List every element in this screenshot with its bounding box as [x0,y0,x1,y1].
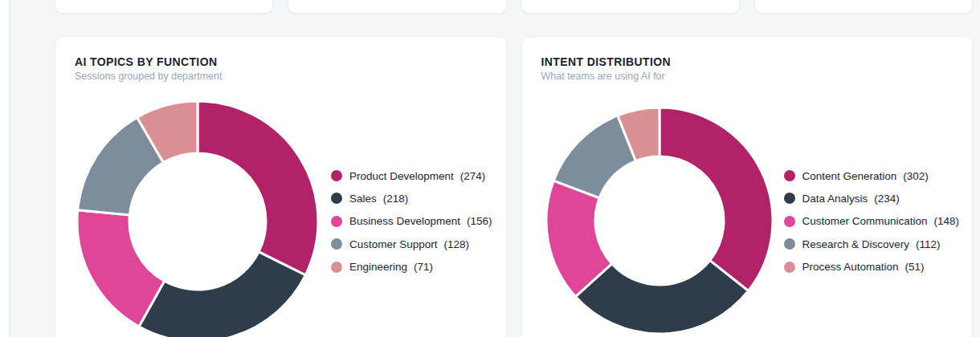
legend-item: Business Development(156) [331,216,492,227]
donut-slice[interactable] [659,108,773,291]
donut-chart-intent-distribution [545,106,774,335]
legend-item: Product Development(274) [331,170,492,181]
chart-title: AI TOPICS BY FUNCTION [75,55,487,68]
legend-swatch-icon [784,216,795,227]
chart-title: INTENT DISTRIBUTION [541,55,953,68]
legend-count: (218) [383,193,409,205]
chart-subtitle: Sessions grouped by department [75,71,487,82]
legend-item: Process Automation(51) [784,262,960,273]
legend-label: Business Development [349,215,460,227]
legend-swatch-icon [331,216,342,227]
legend-swatch-icon [784,238,795,250]
card-header: AI TOPICS BY FUNCTION Sessions grouped b… [55,37,506,82]
stat-card [288,0,506,14]
stat-card [521,0,740,14]
legend-item: Sales(218) [331,193,492,204]
legend-swatch-icon [331,193,342,204]
legend-label: Product Development [349,170,454,182]
donut-slice[interactable] [198,101,318,275]
legend-count: (71) [414,261,433,273]
legend-swatch-icon [331,262,342,273]
main-content: AI TOPICS BY FUNCTION Sessions grouped b… [55,0,973,337]
chart-card-ai-topics: AI TOPICS BY FUNCTION Sessions grouped b… [55,36,507,337]
legend-label: Data Analysis [802,193,868,205]
donut-slice[interactable] [139,252,305,337]
legend-item: Customer Support(128) [331,238,492,250]
legend-count: (112) [916,238,941,250]
stats-row [55,0,973,14]
legend-count: (148) [934,215,960,227]
legend-swatch-icon [784,262,795,273]
legend-swatch-icon [331,170,342,181]
legend-count: (274) [460,170,486,182]
charts-row: AI TOPICS BY FUNCTION Sessions grouped b… [55,36,973,337]
legend-item: Content Generation(302) [784,170,960,181]
chart-legend: Content Generation(302)Data Analysis(234… [784,170,960,284]
legend-swatch-icon [331,238,342,250]
chart-legend: Product Development(274)Sales(218)Busine… [331,170,492,284]
legend-count: (156) [467,215,492,227]
legend-label: Content Generation [802,170,897,182]
legend-label: Process Automation [802,261,899,273]
legend-count: (302) [903,170,929,182]
card-header: INTENT DISTRIBUTION What teams are using… [522,37,973,82]
legend-item: Engineering(71) [331,262,492,273]
legend-item: Research & Discovery(112) [784,238,960,250]
stat-card [55,0,273,14]
legend-count: (234) [874,193,900,205]
legend-label: Customer Communication [802,215,928,227]
legend-label: Sales [349,193,377,205]
legend-label: Engineering [349,261,407,273]
chart-card-intent-distribution: INTENT DISTRIBUTION What teams are using… [521,36,974,337]
sidebar-edge [0,0,10,337]
legend-label: Customer Support [349,238,438,250]
legend-count: (51) [905,261,925,273]
legend-swatch-icon [784,193,795,204]
legend-item: Data Analysis(234) [784,193,960,204]
donut-chart-ai-topics [76,99,320,337]
legend-label: Research & Discovery [802,238,910,250]
legend-swatch-icon [784,170,795,181]
stat-card [754,0,973,14]
legend-item: Customer Communication(148) [784,216,960,227]
chart-subtitle: What teams are using AI for [541,71,953,82]
legend-count: (128) [444,238,470,250]
